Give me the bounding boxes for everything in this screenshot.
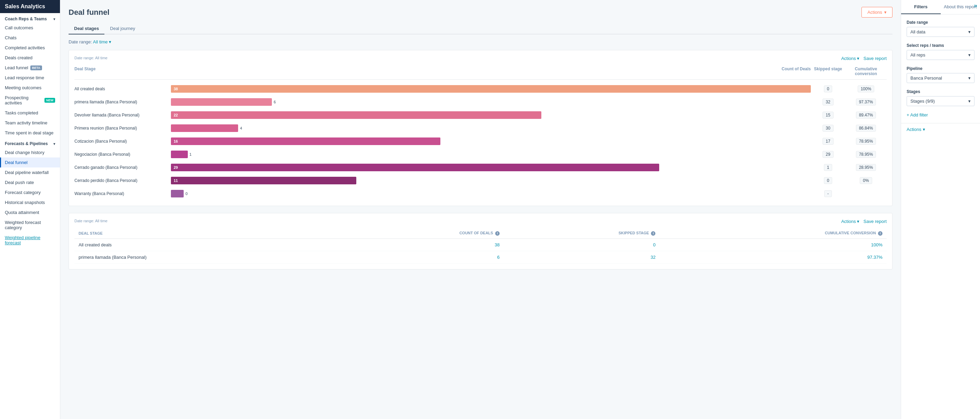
sidebar-item-chats[interactable]: Chats — [0, 33, 60, 43]
bar-4: 16 — [171, 137, 441, 145]
table-row: All created deals 38 0 100% — [75, 239, 887, 251]
td-skipped-1: 0 — [504, 239, 660, 251]
info-icon-skipped[interactable]: i — [651, 231, 655, 236]
cell-skipped-3: 30 — [811, 125, 845, 132]
main-content: Deal funnel Actions ▾ Deal stages Deal j… — [60, 0, 901, 419]
cell-conversion-4: 78.95% — [845, 138, 887, 145]
sidebar-item-deal-change-history[interactable]: Deal change history — [0, 148, 60, 158]
tab-deal-stages[interactable]: Deal stages — [68, 23, 104, 35]
bar-value-outside-3: 4 — [240, 126, 242, 130]
filter-stages-label: Stages — [907, 89, 975, 94]
table-save-link[interactable]: Save report — [864, 219, 887, 224]
sidebar-item-forecast-category[interactable]: Forecast category — [0, 188, 60, 198]
chart-actions-link[interactable]: Actions ▾ — [841, 56, 859, 61]
bar-container-8: 0 — [171, 189, 811, 199]
filter-pipeline-select[interactable]: Banca Personal ▾ — [907, 73, 975, 83]
chart-row: Warranty (Banca Personal) 0 - — [75, 187, 887, 200]
bar-value-zero-8: 0 — [185, 191, 188, 196]
add-filter-button[interactable]: + Add filter — [907, 112, 975, 118]
chevron-down-icon-7: ▾ — [923, 127, 925, 132]
sidebar-section-forecasts-label[interactable]: Forecasts & Pipelines ▾ — [0, 138, 60, 148]
cell-skipped-7: 0 — [811, 177, 845, 184]
skipped-badge-7: 0 — [824, 177, 832, 184]
chart-row: Cerrado ganado (Banca Personal) 29 1 28.… — [75, 161, 887, 174]
sidebar-item-call-outcomes[interactable]: Call outcomes — [0, 23, 60, 33]
filter-group-pipeline: Pipeline Banca Personal ▾ — [907, 66, 975, 83]
row-label-0: All created deals — [75, 86, 171, 91]
sidebar-section-forecasts-items: Deal change history Deal funnel Deal pip… — [0, 148, 60, 248]
bar-value-outside-5: 1 — [189, 152, 192, 156]
row-label-6: Cerrado ganado (Banca Personal) — [75, 165, 171, 170]
row-label-8: Warranty (Banca Personal) — [75, 191, 171, 196]
filter-date-range-select[interactable]: All data ▾ — [907, 27, 975, 37]
th-conversion: CUMULATIVE CONVERSION i — [660, 228, 887, 239]
sidebar-item-deal-push-rate[interactable]: Deal push rate — [0, 177, 60, 188]
sidebar-item-deals-created[interactable]: Deals created — [0, 53, 60, 63]
tab-deal-journey[interactable]: Deal journey — [104, 23, 141, 35]
row-label-1: primera llamada (Banca Personal) — [75, 100, 171, 104]
sidebar-item-tasks-completed[interactable]: Tasks completed — [0, 108, 60, 118]
col-count-header: Count of Deals — [171, 67, 811, 76]
sidebar-item-weighted-pipeline[interactable]: Weighted pipeline forecast — [0, 233, 60, 248]
th-count: COUNT OF DEALS i — [337, 228, 504, 239]
chart-row: Primera reunion (Banca Personal) 4 30 86… — [75, 122, 887, 135]
conversion-badge-5: 78.95% — [856, 151, 876, 158]
sidebar-item-deal-funnel[interactable]: Deal funnel — [0, 158, 60, 167]
bar-container-6: 29 — [171, 163, 811, 172]
bar-2: 22 — [171, 111, 541, 119]
page-header: Deal funnel Actions ▾ — [68, 7, 892, 18]
sidebar-section-coach-label[interactable]: Coach Reps & Teams ▾ — [0, 13, 60, 23]
chart-save-link[interactable]: Save report — [864, 56, 887, 61]
table-section: Date range: All time Actions ▾ Save repo… — [68, 213, 892, 269]
info-icon-count[interactable]: i — [495, 231, 500, 236]
date-range-link[interactable]: All time ▾ — [93, 39, 111, 45]
col-deal-stage-header: Deal Stage — [75, 67, 171, 76]
cell-conversion-0: 100% — [845, 86, 887, 92]
data-table: DEAL STAGE COUNT OF DEALS i SKIPPED STAG… — [75, 228, 887, 264]
sidebar-item-lead-response-time[interactable]: Lead response time — [0, 73, 60, 83]
sidebar-item-meeting-outcomes[interactable]: Meeting outcomes — [0, 83, 60, 93]
bar-5 — [171, 151, 188, 158]
sidebar-item-weighted-forecast[interactable]: Weighted forecast category — [0, 217, 60, 233]
bar-container-1: 6 — [171, 97, 811, 107]
bar-container-4: 16 — [171, 137, 811, 146]
actions-button[interactable]: Actions ▾ — [861, 7, 892, 18]
bar-container-0: 38 — [171, 84, 811, 94]
sidebar-item-team-activity-timeline[interactable]: Team activity timeline — [0, 118, 60, 128]
skipped-badge-1: 32 — [822, 99, 833, 105]
sidebar-item-quota-attainment[interactable]: Quota attainment — [0, 207, 60, 217]
skipped-badge-3: 30 — [822, 125, 833, 132]
collapse-icon[interactable]: » — [974, 2, 977, 9]
table-actions-link[interactable]: Actions ▾ — [841, 219, 859, 224]
sidebar-item-time-spent[interactable]: Time spent in deal stage — [0, 128, 60, 138]
chart-row: Negociacion (Banca Personal) 1 29 78.95% — [75, 148, 887, 161]
sidebar-section-coach-items: Call outcomes Chats Completed activities… — [0, 23, 60, 138]
page-tabs: Deal stages Deal journey — [68, 23, 892, 35]
sidebar-item-lead-funnel[interactable]: Lead funnel BETA — [0, 63, 60, 73]
cell-skipped-4: 17 — [811, 138, 845, 145]
chevron-down-icon-4: ▾ — [968, 53, 971, 57]
info-icon-conversion[interactable]: i — [878, 231, 883, 236]
dropdown-icon: ▾ — [857, 56, 859, 61]
sidebar-item-historical-snapshots[interactable]: Historical snapshots — [0, 198, 60, 207]
rp-actions-footer[interactable]: Actions ▾ — [901, 123, 980, 135]
sidebar-section-forecasts: Forecasts & Pipelines ▾ Deal change hist… — [0, 138, 60, 248]
conversion-badge-1: 97.37% — [856, 99, 876, 105]
th-skipped: SKIPPED STAGE i — [504, 228, 660, 239]
sidebar-item-completed-activities[interactable]: Completed activities — [0, 43, 60, 53]
bar-value-6: 29 — [174, 166, 178, 169]
cell-skipped-8: - — [811, 190, 845, 197]
bar-container-7: 11 — [171, 176, 811, 185]
table-row: primera llamada (Banca Personal) 6 32 97… — [75, 251, 887, 263]
td-count-1: 38 — [337, 239, 504, 251]
app-title: Sales Analytics — [0, 0, 60, 13]
cell-conversion-3: 86.84% — [845, 125, 887, 132]
filter-reps-select[interactable]: All reps ▾ — [907, 50, 975, 60]
filter-stages-select[interactable]: Stages (9/9) ▾ — [907, 96, 975, 106]
row-label-4: Cotizacion (Banca Personal) — [75, 139, 171, 144]
chart-rows: All created deals 38 0 100% primera llam… — [75, 82, 887, 200]
sidebar-item-prospecting-activities[interactable]: Prospecting activities NEW — [0, 93, 60, 108]
rp-tab-filters[interactable]: Filters — [901, 0, 941, 14]
right-panel-tabs: Filters About this report — [901, 0, 980, 14]
sidebar-item-deal-pipeline-waterfall[interactable]: Deal pipeline waterfall — [0, 167, 60, 177]
